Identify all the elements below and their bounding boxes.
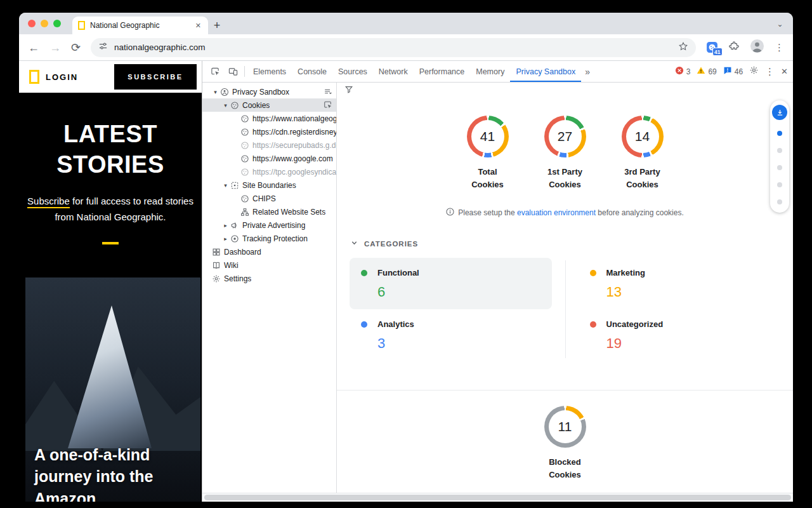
panel-menu-icon[interactable] xyxy=(324,87,333,97)
browser-menu-kebab-icon[interactable]: ⋮ xyxy=(775,43,784,52)
tree-item-settings[interactable]: Settings xyxy=(202,272,336,285)
devtools-tab-privacy-sandbox[interactable]: Privacy Sandbox xyxy=(510,61,581,82)
tree-item-dashboard[interactable]: Dashboard xyxy=(202,245,336,258)
tree-item-privacy-sandbox[interactable]: ▾Privacy Sandbox xyxy=(202,85,336,98)
inspect-icon[interactable] xyxy=(324,100,333,110)
tree-item-site-boundaries[interactable]: ▾Site Boundaries xyxy=(202,178,336,192)
devtools-tab-sources[interactable]: Sources xyxy=(332,61,373,82)
tree-item-wiki[interactable]: Wiki xyxy=(202,258,336,272)
section-divider xyxy=(337,390,793,391)
devtools-tab-memory[interactable]: Memory xyxy=(470,61,510,82)
expander-right-icon[interactable]: ▸ xyxy=(221,236,230,242)
donut-label: Blocked Cookies xyxy=(540,456,591,481)
tree-item-https-tpc-googlesyndication-com[interactable]: https://tpc.googlesyndication.com xyxy=(202,165,336,178)
dashboard-icon xyxy=(211,247,221,257)
category-analytics[interactable]: Analytics3 xyxy=(350,309,552,361)
tree-item-https-securepubads-g-doubleclick-net[interactable]: https://securepubads.g.doubleclick.net xyxy=(202,138,336,152)
category-marketing[interactable]: Marketing13 xyxy=(579,258,781,309)
natgeo-favicon xyxy=(78,21,85,30)
expander-right-icon[interactable]: ▸ xyxy=(221,222,230,229)
devtools-tab-performance[interactable]: Performance xyxy=(414,61,471,82)
tab-strip: National Geographic ✕ + ⌄ xyxy=(19,13,793,34)
devtools-panel: ElementsConsoleSourcesNetworkPerformance… xyxy=(202,61,793,502)
download-button[interactable] xyxy=(772,105,787,120)
tree-item-cookies[interactable]: ▾Cookies xyxy=(202,98,336,112)
filter-funnel-icon[interactable] xyxy=(344,85,353,97)
tree-item-https-www-nationalgeographic-com[interactable]: https://www.nationalgeographic.com xyxy=(202,112,336,125)
hero-caption[interactable]: A one-of-a-kind journey into the Amazon xyxy=(34,444,187,502)
rail-dot-4[interactable] xyxy=(777,199,782,204)
url-text[interactable]: nationalgeographic.com xyxy=(114,43,672,52)
privacy-sandbox-extension-icon[interactable]: 41 xyxy=(706,41,718,53)
evaluation-environment-link[interactable]: evaluation environment xyxy=(517,208,596,217)
subscribe-button[interactable]: SUBSCRIBE xyxy=(114,64,197,90)
expander-down-icon[interactable]: ▾ xyxy=(221,182,230,189)
rail-dot-3[interactable] xyxy=(777,182,782,187)
horizontal-scrollbar[interactable] xyxy=(202,493,793,502)
minimize-window-button[interactable] xyxy=(41,20,48,27)
warning-count[interactable]: 69 xyxy=(697,66,716,77)
devtools-tab-console[interactable]: Console xyxy=(292,61,332,82)
rail-dot-2[interactable] xyxy=(777,165,782,170)
reload-icon[interactable]: ⟳ xyxy=(71,42,81,53)
cookie-icon xyxy=(240,167,249,177)
donut-label: Total Cookies xyxy=(462,166,513,191)
devtools-settings-gear-icon[interactable] xyxy=(749,65,759,77)
rail-dot-0[interactable] xyxy=(777,131,782,136)
hero-image[interactable]: A one-of-a-kind journey into the Amazon xyxy=(25,277,200,502)
close-window-button[interactable] xyxy=(28,20,36,27)
address-bar[interactable]: nationalgeographic.com xyxy=(91,38,696,57)
tree-item-https-www-google-com[interactable]: https://www.google.com xyxy=(202,152,336,165)
bookmark-star-icon[interactable] xyxy=(678,41,688,54)
tree-item-label: Tracking Protection xyxy=(242,234,308,243)
more-tabs-icon[interactable]: » xyxy=(581,61,594,82)
tree-item-tracking-protection[interactable]: ▸Tracking Protection xyxy=(202,232,336,245)
inspect-element-icon[interactable] xyxy=(206,61,224,82)
site-info-icon[interactable] xyxy=(98,41,108,53)
donut-chart-1st-party-cookies: 27 xyxy=(544,116,586,157)
profile-avatar[interactable] xyxy=(750,39,764,56)
expander-down-icon[interactable]: ▾ xyxy=(211,89,219,95)
cookies-filter-bar xyxy=(337,83,793,99)
natgeo-logo[interactable] xyxy=(29,70,39,84)
tree-item-private-advertising[interactable]: ▸Private Advertising xyxy=(202,218,336,232)
tab-close-icon[interactable]: ✕ xyxy=(194,22,202,30)
category-functional[interactable]: Functional6 xyxy=(350,258,552,309)
tab-search-chevron-icon[interactable]: ⌄ xyxy=(775,18,785,29)
error-count[interactable]: 3 xyxy=(675,66,691,77)
devtools-tab-elements[interactable]: Elements xyxy=(247,61,292,82)
chevron-down-icon[interactable] xyxy=(351,239,358,248)
categories-section-header[interactable]: CATEGORIES xyxy=(351,239,793,248)
category-count: 3 xyxy=(377,335,540,352)
categories-grid: Functional6Marketing13Analytics3Uncatego… xyxy=(350,258,780,361)
cookie-icon xyxy=(240,114,249,123)
zoom-window-button[interactable] xyxy=(53,20,61,27)
privacy-sandbox-main: 41Total Cookies271st Party Cookies143rd … xyxy=(337,83,793,493)
rail-dot-1[interactable] xyxy=(777,148,782,153)
tracking-protection-icon xyxy=(230,234,239,243)
new-tab-button[interactable]: + xyxy=(208,17,226,34)
browser-tab[interactable]: National Geographic ✕ xyxy=(72,17,208,34)
wiki-icon xyxy=(211,260,221,270)
category-label: Uncategorized xyxy=(606,319,664,329)
back-icon[interactable]: ← xyxy=(28,42,39,53)
category-uncategorized[interactable]: Uncategorized19 xyxy=(579,309,781,361)
donut-chart-total-cookies: 41 xyxy=(467,116,509,157)
devtools-tab-network[interactable]: Network xyxy=(373,61,414,82)
devtools-close-icon[interactable]: ✕ xyxy=(781,67,788,76)
tree-item-related-website-sets[interactable]: Related Website Sets xyxy=(202,205,336,218)
forward-icon[interactable]: → xyxy=(49,42,61,53)
login-link[interactable]: LOGIN xyxy=(46,72,78,82)
issues-count[interactable]: 46 xyxy=(723,66,743,77)
rail-dots xyxy=(777,131,782,204)
expander-down-icon[interactable]: ▾ xyxy=(221,102,230,109)
extensions-puzzle-icon[interactable] xyxy=(728,41,740,55)
tree-item-https-cdn-registerdisney-go-com[interactable]: https://cdn.registerdisney.go.com xyxy=(202,125,336,138)
device-toolbar-icon[interactable] xyxy=(224,61,242,82)
donut-value: 14 xyxy=(626,120,659,153)
tree-item-chips[interactable]: CHIPS xyxy=(202,192,336,205)
donut-blocked-cookies: 11Blocked Cookies xyxy=(535,406,596,481)
devtools-kebab-icon[interactable]: ⋮ xyxy=(765,66,775,77)
subscribe-link[interactable]: Subscribe xyxy=(27,196,70,208)
scrollbar-thumb[interactable] xyxy=(204,495,791,500)
